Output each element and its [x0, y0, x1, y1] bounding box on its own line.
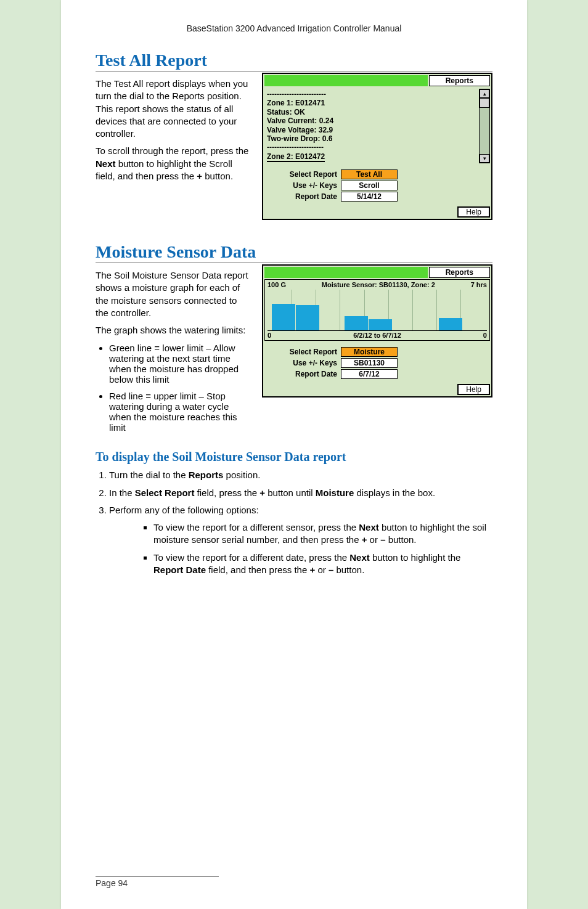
chart-grid: [267, 290, 487, 331]
lcd1-keys-value[interactable]: Scroll: [341, 181, 398, 190]
lcd-title: Reports: [429, 75, 490, 86]
bullet-lower-limit: Green line = lower limit – Allow waterin…: [109, 343, 250, 385]
lcd1-line-2: Status: OK: [267, 108, 478, 116]
lcd2-keys-value[interactable]: SB01130: [341, 358, 398, 368]
chart-y-left: 100 G: [267, 281, 286, 288]
bar-0: [272, 304, 295, 330]
step-3: Perform any of the following options: To…: [109, 504, 492, 576]
lcd1-line-3: Valve Current: 0.24: [267, 116, 478, 125]
bar-3: [345, 316, 368, 330]
help-button[interactable]: Help: [457, 206, 490, 218]
chart-xaxis-range: 6/2/12 to 6/7/12: [353, 332, 401, 339]
lcd1-date-label: Report Date: [268, 192, 341, 201]
lcd1-line-5: Two-wire Drop: 0.6: [267, 134, 478, 143]
bullet-upper-limit: Red line = upper limit – Stop watering d…: [109, 391, 250, 433]
scroll-down-icon[interactable]: ▾: [480, 154, 489, 163]
chart-zero-right: 0: [483, 332, 487, 339]
page: BaseStation 3200 Advanced Irrigation Con…: [61, 0, 527, 909]
lcd1-line-0: ------------------------: [267, 90, 478, 99]
help-button[interactable]: Help: [457, 384, 490, 395]
scroll-thumb[interactable]: [480, 98, 489, 108]
lcd2-title: Reports: [429, 267, 490, 278]
section2-para2: The graph shows the watering limits:: [96, 324, 250, 336]
lcd1-keys-label: Use +/- Keys: [268, 181, 341, 190]
bar-7: [439, 318, 462, 330]
section1-para1: The Test All report displays when you tu…: [96, 78, 250, 140]
lcd-moisture: Reports 100 G Moisture Sensor: SB01130, …: [262, 264, 492, 397]
lcd2-keys-label: Use +/- Keys: [268, 359, 341, 367]
lcd1-select-value[interactable]: Test All: [341, 169, 398, 179]
running-header: BaseStation 3200 Advanced Irrigation Con…: [96, 23, 492, 33]
section1-para2: To scroll through the report, press the …: [96, 145, 250, 182]
lcd1-date-value[interactable]: 5/14/12: [341, 192, 398, 202]
lcd1-select-label: Select Report: [268, 170, 341, 179]
lcd-test-all: Reports ------------------------ Zone 1:…: [262, 73, 492, 220]
step-2: In the Select Report field, press the + …: [109, 487, 492, 499]
section2-text: The Soil Moisture Sensor Data report sho…: [96, 264, 250, 439]
chart-zero-left: 0: [267, 332, 271, 339]
heading-test-all-report: Test All Report: [96, 51, 492, 71]
lcd2-select-label: Select Report: [268, 348, 341, 356]
heading-moisture-sensor-data: Moisture Sensor Data: [96, 242, 492, 263]
lcd1-line-1: Zone 1: E012471: [267, 99, 478, 107]
lcd1-scrollbar[interactable]: ▴ ▾: [479, 89, 490, 163]
chart-y-right: 7 hrs: [471, 281, 487, 288]
lcd1-line-6: -----------------------: [267, 143, 478, 152]
steps-list: Turn the dial to the Reports position. I…: [109, 469, 492, 576]
section2-para1: The Soil Moisture Sensor Data report sho…: [96, 269, 250, 319]
lcd2-title-spring: [264, 267, 428, 278]
moisture-chart: 100 G Moisture Sensor: SB01130, Zone: 2 …: [264, 279, 490, 341]
section1-text: The Test All report displays when you tu…: [96, 73, 250, 187]
lcd1-line-7: Zone 2: E012472: [267, 152, 325, 162]
lcd2-date-label: Report Date: [268, 370, 341, 378]
bar-1: [296, 305, 319, 331]
lcd2-select-value[interactable]: Moisture: [341, 347, 398, 357]
lcd1-line-4: Valve Voltage: 32.9: [267, 126, 478, 134]
scroll-up-icon[interactable]: ▴: [480, 89, 489, 98]
chart-subtitle: Moisture Sensor: SB01130, Zone: 2: [322, 281, 435, 288]
step-3a: To view the report for a different senso…: [153, 521, 492, 547]
section2-columns: The Soil Moisture Sensor Data report sho…: [96, 264, 492, 439]
section1-columns: The Test All report displays when you tu…: [96, 73, 492, 220]
subheading-display-report: To display the Soil Moisture Sensor Data…: [96, 450, 492, 464]
step-1: Turn the dial to the Reports position.: [109, 469, 492, 481]
lcd2-date-value[interactable]: 6/7/12: [341, 369, 398, 379]
page-footer: Page 94: [96, 876, 219, 888]
bar-4: [369, 319, 392, 330]
step-3b: To view the report for a different date,…: [153, 552, 492, 577]
lcd-title-spring: [264, 75, 428, 86]
